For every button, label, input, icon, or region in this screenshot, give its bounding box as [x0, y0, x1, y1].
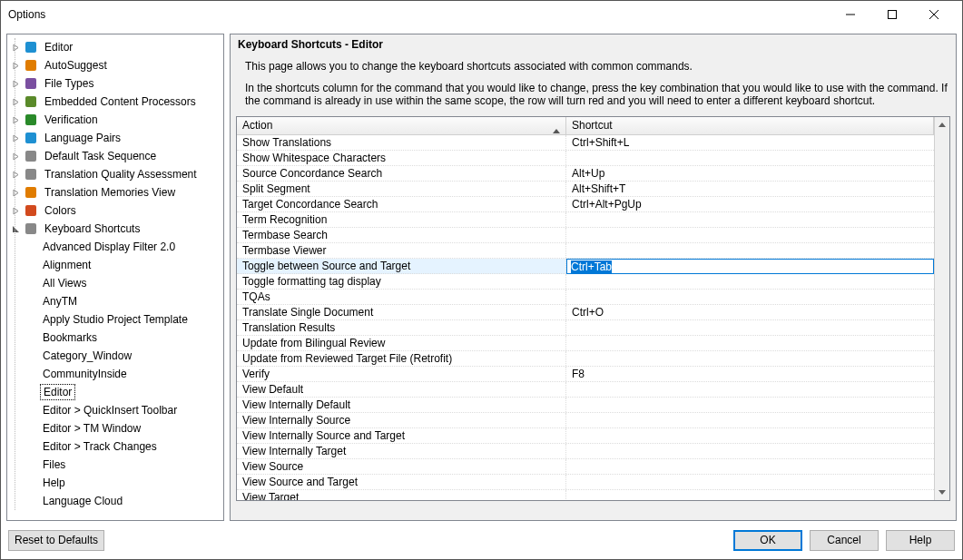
shortcut-cell	[566, 382, 934, 397]
tree-item[interactable]: Embedded Content Processors	[9, 93, 221, 111]
grid-row[interactable]: Toggle between Source and Target	[237, 259, 934, 274]
pencil-icon	[24, 40, 38, 54]
grid-row[interactable]: Target Concordance SearchCtrl+Alt+PgUp	[237, 197, 934, 212]
scroll-down-icon[interactable]	[935, 485, 949, 500]
shortcut-input[interactable]	[566, 259, 934, 274]
action-cell: Update from Bilingual Review	[237, 336, 566, 350]
grid-row[interactable]: View Internally Target	[237, 444, 934, 459]
grid-row[interactable]: View Source	[237, 459, 934, 475]
grid-row[interactable]: View Internally Default	[237, 398, 934, 413]
tree-expander-icon[interactable]	[9, 113, 22, 126]
grid-row[interactable]: Translate Single DocumentCtrl+O	[237, 305, 934, 320]
tree-item[interactable]: Default Task Sequence	[9, 147, 221, 165]
tree-item-keyboard-shortcuts[interactable]: Keyboard Shortcuts	[9, 220, 221, 238]
grid-scrollbar[interactable]	[934, 117, 949, 500]
action-cell: View Default	[237, 382, 566, 397]
grid-row[interactable]: Source Concordance SearchAlt+Up	[237, 166, 934, 182]
tree-expander-icon[interactable]	[9, 132, 22, 144]
tree-expander-icon[interactable]	[9, 222, 22, 235]
grid-row[interactable]: Termbase Viewer	[237, 243, 934, 259]
tree-child-item[interactable]: Advanced Display Filter 2.0	[9, 238, 221, 256]
grid-row[interactable]: View Internally Source	[237, 413, 934, 428]
tree-expander-icon[interactable]	[9, 150, 22, 162]
bulb-icon	[24, 58, 38, 73]
grid-header: Action Shortcut	[237, 117, 934, 135]
clip-icon	[24, 149, 38, 163]
shortcut-cell	[566, 398, 934, 412]
svg-rect-13	[25, 205, 36, 216]
grid-row[interactable]: Translation Results	[237, 320, 934, 336]
shortcut-cell	[566, 212, 934, 227]
tree-item[interactable]: AutoSuggest	[9, 56, 221, 74]
close-button[interactable]	[913, 1, 955, 28]
grid-row[interactable]: View Source and Target	[237, 475, 934, 490]
tree-item-label: Verification	[42, 113, 101, 127]
tree-child-item[interactable]: Editor > Track Changes	[9, 437, 221, 456]
tree-expander-icon[interactable]	[9, 204, 22, 217]
scroll-up-icon[interactable]	[935, 117, 949, 133]
grid-row[interactable]: View Target	[237, 490, 934, 500]
shortcuts-grid[interactable]: Action Shortcut Show TranslationsCtrl+Sh…	[236, 116, 950, 501]
maximize-button[interactable]	[871, 1, 913, 28]
tree-child-item[interactable]: Help	[9, 474, 221, 492]
tree-item[interactable]: Verification	[9, 111, 221, 129]
action-cell: Toggle formatting tag display	[237, 274, 566, 289]
tree-child-item[interactable]: Category_Window	[9, 347, 221, 365]
grid-row[interactable]: Toggle formatting tag display	[237, 274, 934, 290]
tree-item[interactable]: Editor	[9, 38, 221, 56]
svg-rect-8	[25, 114, 36, 125]
footer: Reset to Defaults OK Cancel Help	[1, 521, 962, 559]
tree-child-item[interactable]: Editor > QuickInsert Toolbar	[9, 401, 221, 419]
tree-expander-icon[interactable]	[9, 77, 22, 90]
tree-expander-icon[interactable]	[9, 41, 22, 54]
tree-child-item[interactable]: Editor > TM Window	[9, 419, 221, 437]
options-tree[interactable]: EditorAutoSuggestFile TypesEmbedded Cont…	[6, 34, 224, 521]
tree-child-item[interactable]: All Views	[9, 274, 221, 292]
col-shortcut[interactable]: Shortcut	[566, 117, 934, 134]
tree-item-label: Default Task Sequence	[42, 149, 159, 163]
tree-item[interactable]: Translation Quality Assessment	[9, 165, 221, 183]
grid-row[interactable]: Term Recognition	[237, 212, 934, 228]
action-cell: Termbase Search	[237, 228, 566, 242]
tree-expander-icon[interactable]	[9, 186, 22, 199]
action-cell: TQAs	[237, 290, 566, 304]
tree-item[interactable]: Colors	[9, 201, 221, 220]
help-button[interactable]: Help	[886, 530, 955, 551]
grid-row[interactable]: Termbase Search	[237, 228, 934, 243]
grid-row[interactable]: TQAs	[237, 290, 934, 305]
action-cell: Show Whitespace Characters	[237, 151, 566, 165]
tree-expander-icon[interactable]	[9, 59, 22, 72]
tree-child-item[interactable]: Bookmarks	[9, 329, 221, 347]
col-action[interactable]: Action	[237, 117, 566, 134]
minimize-button[interactable]	[830, 1, 871, 28]
grid-row[interactable]: Update from Reviewed Target File (Retrof…	[237, 351, 934, 367]
grid-row[interactable]: VerifyF8	[237, 367, 934, 382]
cancel-button[interactable]: Cancel	[810, 530, 879, 551]
tree-item-label: Editor > Track Changes	[40, 439, 160, 454]
tree-child-item[interactable]: Files	[9, 456, 221, 474]
tree-child-item[interactable]: AnyTM	[9, 292, 221, 310]
action-cell: View Target	[237, 490, 566, 500]
ok-button[interactable]: OK	[733, 530, 802, 551]
tree-expander-icon[interactable]	[9, 95, 22, 108]
grid-row[interactable]: Show Whitespace Characters	[237, 151, 934, 166]
tree-child-item[interactable]: CommunityInside	[9, 365, 221, 383]
shortcut-cell: Ctrl+Alt+PgUp	[566, 197, 934, 211]
grid-row[interactable]: Split SegmentAlt+Shift+T	[237, 182, 934, 197]
grid-row[interactable]: Show TranslationsCtrl+Shift+L	[237, 135, 934, 151]
tree-item[interactable]: File Types	[9, 74, 221, 93]
action-cell: View Source and Target	[237, 475, 566, 489]
reset-button[interactable]: Reset to Defaults	[8, 530, 104, 551]
grid-row[interactable]: Update from Bilingual Review	[237, 336, 934, 351]
grid-row[interactable]: View Internally Source and Target	[237, 428, 934, 444]
tree-item[interactable]: Language Pairs	[9, 129, 221, 147]
tree-item[interactable]: Translation Memories View	[9, 183, 221, 201]
grid-row[interactable]: View Default	[237, 382, 934, 398]
tree-child-item[interactable]: Language Cloud	[9, 492, 221, 510]
svg-rect-10	[25, 151, 36, 162]
tree-child-item[interactable]: Apply Studio Project Template	[9, 310, 221, 329]
tree-child-item[interactable]: Alignment	[9, 256, 221, 274]
tree-child-item[interactable]: Editor	[9, 383, 221, 401]
tree-item-label: Help	[40, 476, 68, 490]
tree-expander-icon[interactable]	[9, 168, 22, 181]
